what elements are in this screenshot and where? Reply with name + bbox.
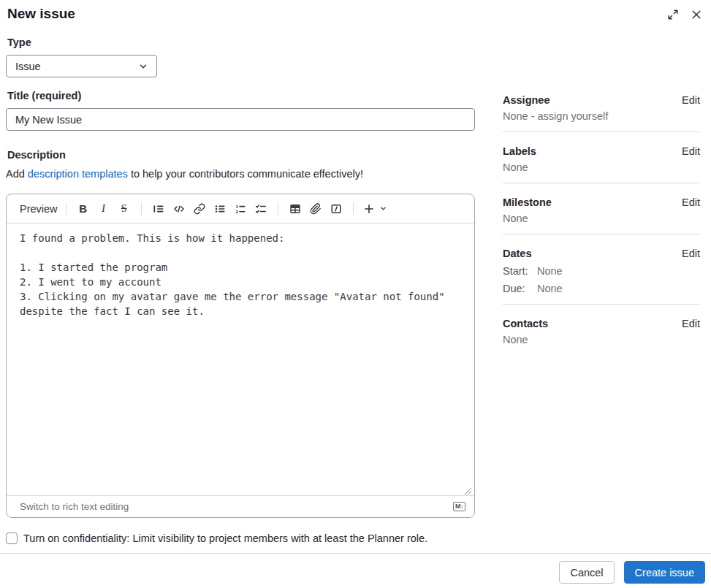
- due-date-row: Due: None: [503, 283, 700, 294]
- contacts-edit-button[interactable]: Edit: [682, 318, 700, 329]
- header-actions: [664, 6, 705, 23]
- svg-text:1: 1: [235, 203, 238, 208]
- close-icon: [691, 9, 702, 20]
- cancel-button[interactable]: Cancel: [559, 561, 614, 584]
- sidebar-section-dates: Dates Edit Start: None Due: None: [503, 234, 700, 305]
- markdown-icon[interactable]: M↓: [453, 502, 465, 511]
- bulleted-list-icon: [214, 203, 226, 215]
- code-button[interactable]: [170, 200, 188, 218]
- resize-handle[interactable]: [464, 485, 472, 493]
- task-list-icon: [255, 203, 267, 215]
- preview-button[interactable]: Preview: [18, 203, 59, 215]
- type-select-value: Issue: [15, 61, 41, 72]
- markdown-editor: Preview B I S: [6, 194, 475, 518]
- editor-body: I found a problem. This is how it happen…: [7, 224, 474, 495]
- contacts-value: None: [503, 334, 700, 345]
- title-input[interactable]: [6, 108, 475, 131]
- labels-value: None: [503, 161, 700, 173]
- type-select[interactable]: Issue: [6, 55, 157, 77]
- toolbar-divider: [278, 202, 278, 215]
- italic-button[interactable]: I: [95, 200, 113, 218]
- attach-file-button[interactable]: [307, 200, 324, 218]
- task-list-button[interactable]: [252, 200, 270, 218]
- table-icon: [289, 203, 301, 215]
- chevron-down-icon: [138, 61, 148, 74]
- footer-divider: [0, 553, 711, 554]
- svg-text:2: 2: [235, 208, 238, 213]
- labels-edit-button[interactable]: Edit: [682, 145, 700, 157]
- description-helper: Add description templates to help your c…: [6, 168, 475, 180]
- milestone-value: None: [503, 213, 700, 224]
- title-label: Title (required): [7, 90, 475, 102]
- assignee-value[interactable]: None - assign yourself: [503, 110, 700, 122]
- strikethrough-button[interactable]: S: [115, 200, 133, 218]
- chevron-down-icon: [379, 205, 387, 213]
- editor-toolbar: Preview B I S: [7, 194, 474, 224]
- more-options-button[interactable]: [362, 200, 389, 218]
- assignee-edit-button[interactable]: Edit: [682, 94, 700, 106]
- create-issue-button[interactable]: Create issue: [624, 561, 705, 584]
- modal-footer: Cancel Create issue: [559, 561, 705, 584]
- assignee-label: Assignee: [503, 94, 550, 106]
- table-button[interactable]: [286, 200, 304, 218]
- description-label: Description: [7, 149, 475, 161]
- start-date-row: Start: None: [503, 265, 700, 277]
- milestone-edit-button[interactable]: Edit: [682, 196, 700, 208]
- attach-file-icon: [310, 203, 322, 215]
- quote-button[interactable]: [150, 200, 167, 218]
- link-icon: [194, 203, 205, 215]
- description-templates-link[interactable]: description templates: [28, 168, 128, 180]
- toolbar-divider: [353, 202, 354, 215]
- confidentiality-row: Turn on confidentiality: Limit visibilit…: [6, 532, 475, 544]
- start-date-value: None: [537, 265, 563, 277]
- toolbar-divider: [141, 202, 142, 215]
- bold-button[interactable]: B: [75, 200, 92, 218]
- code-icon: [173, 203, 185, 215]
- type-label: Type: [7, 37, 475, 48]
- issue-sidebar: Assignee Edit None - assign yourself Lab…: [503, 88, 700, 355]
- milestone-label: Milestone: [503, 196, 552, 208]
- due-date-key: Due:: [503, 283, 537, 294]
- description-textarea[interactable]: I found a problem. This is how it happen…: [7, 224, 474, 495]
- italic-icon: I: [102, 202, 105, 215]
- labels-label: Labels: [503, 145, 536, 157]
- issue-form: Type Issue Title (required) Description …: [6, 0, 475, 544]
- switch-rich-text-button[interactable]: Switch to rich text editing: [20, 501, 129, 512]
- sidebar-section-labels: Labels Edit None: [503, 132, 700, 183]
- dates-label: Dates: [503, 248, 532, 259]
- dates-edit-button[interactable]: Edit: [682, 248, 700, 259]
- helper-suffix: to help your contributors communicate ef…: [128, 168, 363, 180]
- ordered-list-button[interactable]: 1 2: [232, 200, 249, 218]
- collapsible-section-button[interactable]: [327, 200, 345, 218]
- maximize-button[interactable]: [664, 6, 682, 23]
- plus-icon: [363, 203, 375, 215]
- contacts-label: Contacts: [503, 318, 548, 329]
- bulleted-list-button[interactable]: [211, 200, 229, 218]
- due-date-value: None: [537, 283, 563, 294]
- bold-icon: B: [79, 202, 87, 215]
- maximize-icon: [667, 9, 679, 20]
- confidentiality-checkbox[interactable]: [6, 532, 18, 544]
- link-button[interactable]: [191, 200, 208, 218]
- sidebar-section-contacts: Contacts Edit None: [503, 305, 700, 355]
- helper-prefix: Add: [6, 168, 28, 180]
- confidentiality-label[interactable]: Turn on confidentiality: Limit visibilit…: [23, 532, 427, 544]
- collapsible-section-icon: [330, 203, 342, 215]
- quote-icon: [153, 203, 164, 215]
- strikethrough-icon: S: [121, 203, 127, 215]
- sidebar-section-assignee: Assignee Edit None - assign yourself: [503, 88, 700, 132]
- ordered-list-icon: 1 2: [235, 203, 246, 215]
- sidebar-section-milestone: Milestone Edit None: [503, 183, 700, 234]
- editor-footer: Switch to rich text editing M↓: [7, 495, 474, 517]
- toolbar-divider: [66, 202, 66, 215]
- close-button[interactable]: [688, 6, 705, 23]
- start-date-key: Start:: [503, 265, 537, 277]
